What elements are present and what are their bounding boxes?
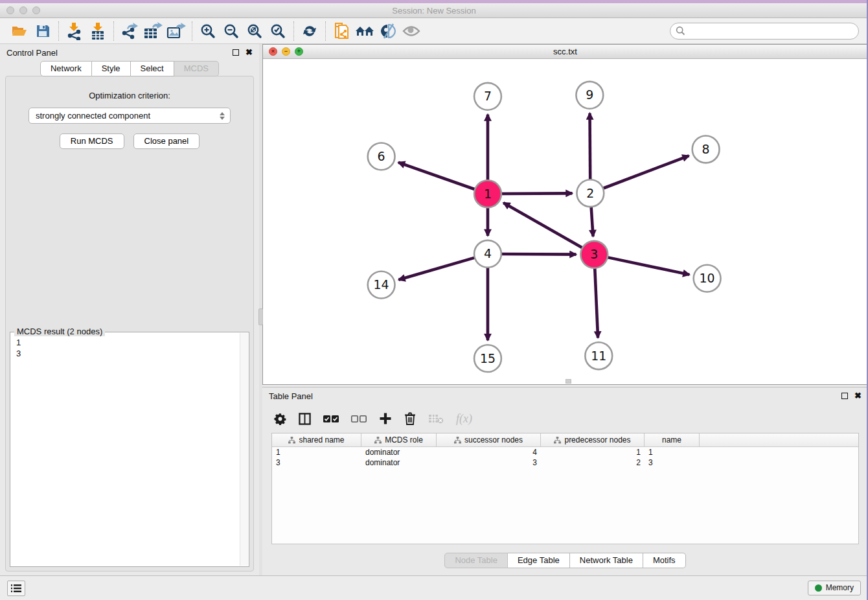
graph-edge-3-1[interactable] <box>503 203 582 248</box>
mcds-result-text[interactable]: 1 3 <box>11 333 240 566</box>
open-file-button[interactable] <box>8 20 31 42</box>
run-mcds-button[interactable]: Run MCDS <box>60 133 124 149</box>
search-field[interactable] <box>670 23 859 40</box>
graph-edge-3-10[interactable] <box>608 257 690 275</box>
close-panel-button[interactable]: Close panel <box>133 133 200 149</box>
column-header-mcds-role[interactable]: MCDS role <box>361 433 437 446</box>
close-panel-icon[interactable]: ✖ <box>246 49 253 56</box>
application-window: Session: New Session <box>0 0 868 600</box>
cell-shared-name[interactable]: 1 <box>272 448 361 457</box>
graph-edge-4-14[interactable] <box>398 258 474 280</box>
tab-mcds[interactable]: MCDS <box>174 61 219 76</box>
cell-successor-nodes[interactable]: 4 <box>437 448 541 457</box>
show-graphics-button[interactable] <box>400 20 423 42</box>
zoom-fit-button[interactable] <box>243 20 266 42</box>
graph-edge-1-2[interactable] <box>501 193 573 194</box>
graph-edge-2-8[interactable] <box>603 156 689 188</box>
table-row[interactable]: 1 dominator 4 1 1 <box>272 447 858 457</box>
tab-edge-table[interactable]: Edge Table <box>508 553 570 568</box>
panel-splitter[interactable] <box>259 44 262 575</box>
network-close-button[interactable]: × <box>269 47 277 56</box>
graph-edge-2-3[interactable] <box>591 207 593 237</box>
cell-predecessor-nodes[interactable]: 1 <box>541 448 645 457</box>
float-table-panel-icon[interactable] <box>841 393 848 399</box>
control-panel: Control Panel ✖ Network Style Select MCD… <box>0 44 259 575</box>
graph-edge-1-6[interactable] <box>398 163 475 190</box>
float-panel-icon[interactable] <box>233 49 239 56</box>
save-session-icon <box>35 23 51 39</box>
zoom-selected-button[interactable] <box>266 20 290 42</box>
graph-node-label-15: 15 <box>480 351 496 365</box>
tab-style[interactable]: Style <box>92 61 131 76</box>
result-line: 1 <box>16 337 240 348</box>
column-header-name[interactable]: name <box>645 433 700 446</box>
import-network-icon <box>66 22 83 40</box>
cell-mcds-role[interactable]: dominator <box>361 448 437 457</box>
toolbar-separator <box>325 21 326 41</box>
zoom-out-button[interactable] <box>220 20 243 42</box>
cell-name[interactable]: 3 <box>645 458 700 467</box>
column-type-icon <box>454 437 461 444</box>
import-table-button[interactable] <box>86 20 109 42</box>
gear-button[interactable] <box>274 413 286 425</box>
network-minimize-button[interactable]: − <box>282 47 290 56</box>
tab-select[interactable]: Select <box>131 61 174 76</box>
export-network-button[interactable] <box>118 20 141 42</box>
clone-network-button[interactable] <box>330 20 353 42</box>
save-session-button[interactable] <box>31 20 54 42</box>
result-scrollbar[interactable] <box>240 333 248 566</box>
memory-button[interactable]: Memory <box>808 581 861 595</box>
deselect-all-icon <box>351 415 367 423</box>
refresh-button[interactable] <box>298 20 321 42</box>
graph-node-label-1: 1 <box>484 187 492 201</box>
search-input[interactable] <box>689 26 858 36</box>
hide-labels-button[interactable] <box>376 20 400 42</box>
select-all-icon <box>323 415 339 423</box>
table-row[interactable]: 3 dominator 3 2 3 <box>272 457 858 468</box>
delete-table-button[interactable] <box>428 413 444 424</box>
graph-edge-3-11[interactable] <box>595 268 598 338</box>
add-column-button[interactable] <box>379 412 392 425</box>
export-image-button[interactable] <box>165 20 188 42</box>
import-network-button[interactable] <box>63 20 86 42</box>
function-builder-button[interactable]: f(x) <box>456 412 472 426</box>
column-header-successor-nodes[interactable]: successor nodes <box>437 433 541 446</box>
network-window-titlebar: × − + scc.txt <box>263 45 867 59</box>
select-all-button[interactable] <box>323 415 339 423</box>
close-table-panel-icon[interactable]: ✖ <box>854 393 862 399</box>
cell-name[interactable]: 1 <box>645 448 700 457</box>
export-table-icon <box>143 22 163 40</box>
delete-button[interactable] <box>404 412 416 425</box>
deselect-all-button[interactable] <box>351 415 367 423</box>
clone-network-icon <box>333 22 350 40</box>
graph-edge-2-9[interactable] <box>590 113 591 180</box>
zoom-in-button[interactable] <box>196 20 220 42</box>
network-view-window: × − + scc.txt 1234678910111415 <box>262 44 868 385</box>
first-neighbors-button[interactable] <box>353 20 376 42</box>
network-canvas[interactable]: 1234678910111415 <box>263 59 867 384</box>
cell-predecessor-nodes[interactable]: 2 <box>541 458 645 467</box>
zoom-in-icon <box>200 23 216 40</box>
splitter-handle[interactable] <box>258 308 263 325</box>
tab-motifs[interactable]: Motifs <box>643 553 686 568</box>
column-header-predecessor-nodes[interactable]: predecessor nodes <box>541 433 645 446</box>
cell-shared-name[interactable]: 3 <box>272 458 361 467</box>
cell-mcds-role[interactable]: dominator <box>361 458 437 467</box>
toolbar-separator <box>293 21 294 41</box>
export-image-icon <box>166 22 186 40</box>
task-history-button[interactable] <box>7 581 25 596</box>
graph-edge-4-3[interactable] <box>501 254 577 255</box>
export-table-button[interactable] <box>141 20 165 42</box>
split-panel-button[interactable] <box>299 413 311 425</box>
criterion-select[interactable]: strongly connected component <box>29 108 231 124</box>
tab-network[interactable]: Network <box>40 61 92 76</box>
network-maximize-button[interactable]: + <box>295 47 303 56</box>
control-panel-header: Control Panel ✖ <box>0 44 259 61</box>
tab-network-table[interactable]: Network Table <box>570 553 643 568</box>
tab-node-table[interactable]: Node Table <box>444 553 508 568</box>
graph-node-label-4: 4 <box>484 246 492 260</box>
split-panel-icon <box>299 413 311 425</box>
column-header-shared-name[interactable]: shared name <box>272 433 361 446</box>
canvas-scroll-thumb[interactable] <box>565 379 571 384</box>
cell-successor-nodes[interactable]: 3 <box>437 458 541 467</box>
